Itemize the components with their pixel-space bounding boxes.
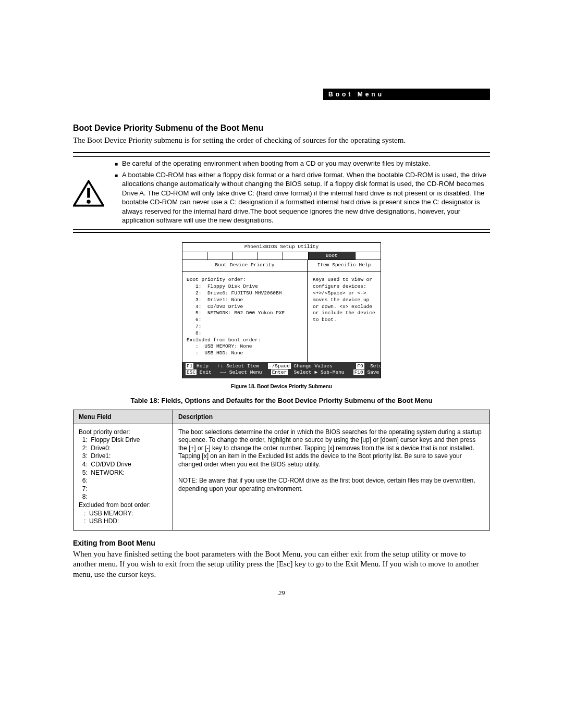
bios-subheader: Boot Device Priority Item Specific Help — [182, 260, 381, 272]
bios-tab — [356, 252, 381, 260]
warning-icon — [73, 180, 104, 210]
bios-help-text: Keys used to view or configure devices: … — [308, 272, 381, 362]
bios-utility-title: PhoenixBIOS Setup Utility — [182, 243, 381, 252]
bios-key-label: Setup Defaults — [370, 363, 412, 369]
warning-list: ■ Be careful of the operating environmen… — [115, 159, 490, 227]
page-number: 29 — [73, 589, 490, 597]
bios-tab — [283, 252, 308, 260]
bios-key-label: Change Values — [294, 363, 333, 369]
bios-key-label: Exit — [200, 369, 212, 375]
table-header-row: Menu Field Description — [74, 410, 490, 424]
bios-pane-title-right: Item Specific Help — [308, 260, 381, 271]
bios-footer: F1 Help ↑↓ Select Item -/Space Change Va… — [182, 362, 381, 378]
exit-section-body: When you have finished setting the boot … — [73, 549, 490, 580]
table-cell-description: The boot selections determine the order … — [173, 424, 490, 530]
divider-line — [73, 156, 490, 157]
bullet-icon: ■ — [115, 170, 118, 225]
warning-text: A bootable CD-ROM has either a floppy di… — [122, 170, 490, 225]
bios-tab-active: Boot — [309, 252, 356, 260]
warning-item: ■ Be careful of the operating environmen… — [115, 159, 490, 168]
bios-screenshot: PhoenixBIOS Setup Utility Boot Boot Devi… — [182, 242, 381, 378]
bios-key-label: ↑↓ Select Item — [217, 363, 259, 369]
bios-key: ESC — [186, 369, 197, 375]
bios-key: Enter — [271, 369, 288, 375]
exit-section-title: Exiting from Boot Menu — [73, 539, 490, 547]
figure-caption: Figure 18. Boot Device Priority Submenu — [73, 384, 490, 389]
bios-key: F1 — [186, 363, 193, 369]
divider-line — [73, 232, 490, 233]
divider-line — [73, 152, 490, 153]
table-title: Table 18: Fields, Options and Defaults f… — [73, 397, 490, 404]
table-row: Boot priority order: 1: Floppy Disk Driv… — [74, 424, 490, 530]
bios-tab — [207, 252, 232, 260]
section-title: Boot Device Priority Submenu of the Boot… — [73, 124, 490, 133]
table-header-cell: Description — [173, 410, 490, 424]
bios-tab — [258, 252, 283, 260]
warning-text: Be careful of the operating environment … — [122, 159, 431, 168]
bios-tab-bar: Boot — [182, 252, 381, 260]
warning-block: ■ Be careful of the operating environmen… — [73, 159, 490, 227]
warning-item: ■ A bootable CD-ROM has either a floppy … — [115, 170, 490, 225]
svg-rect-1 — [87, 188, 90, 198]
divider-line — [73, 229, 490, 230]
bios-tab — [182, 252, 207, 260]
svg-point-2 — [87, 200, 91, 204]
bios-key-label: ←→ Select Menu — [221, 369, 262, 375]
bios-key-label: Select ▶ Sub-Menu — [294, 369, 345, 375]
table-cell-menu-field: Boot priority order: 1: Floppy Disk Driv… — [74, 424, 173, 530]
intro-text: The Boot Device Priority submenu is for … — [73, 136, 490, 145]
fields-table: Menu Field Description Boot priority ord… — [73, 410, 490, 530]
bios-key: F9 — [356, 363, 364, 369]
bullet-icon: ■ — [115, 159, 118, 168]
table-header-cell: Menu Field — [74, 410, 173, 424]
bios-key-label: Help — [197, 363, 209, 369]
bios-key-label: Save and Exit — [367, 369, 406, 375]
bios-boot-order-list: Boot priority order: 1: Floppy Disk Driv… — [182, 272, 308, 362]
bios-key: F10 — [353, 369, 364, 375]
bios-body: Boot priority order: 1: Floppy Disk Driv… — [182, 272, 381, 362]
bios-tab — [233, 252, 258, 260]
page-header-bar: Boot Menu — [323, 89, 490, 100]
bios-pane-title-left: Boot Device Priority — [182, 260, 308, 271]
bios-key: -/Space — [268, 363, 291, 369]
